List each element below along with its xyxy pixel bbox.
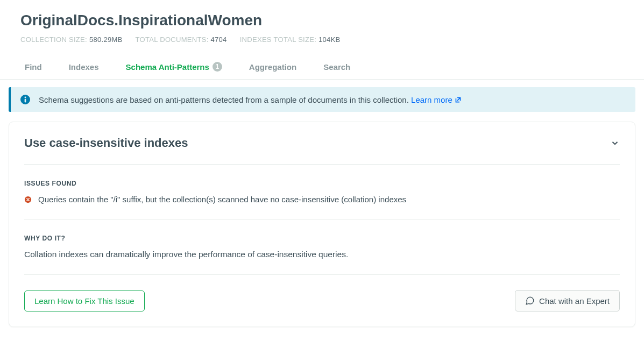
info-icon	[20, 95, 30, 104]
tab-bar: Find Indexes Schema Anti-Patterns 1 Aggr…	[0, 58, 644, 80]
external-link-icon	[455, 96, 462, 103]
chevron-down-icon	[610, 138, 620, 148]
tab-indexes[interactable]: Indexes	[69, 58, 99, 79]
card-header-toggle[interactable]: Use case-insensitive indexes	[9, 122, 635, 164]
collection-stats: COLLECTION SIZE: 580.29MB TOTAL DOCUMENT…	[20, 36, 624, 44]
collection-title: OriginalDocs.InspirationalWomen	[20, 12, 624, 29]
stat-indexes-size: INDEXES TOTAL SIZE: 104KB	[240, 36, 341, 44]
stat-total-documents: TOTAL DOCUMENTS: 4704	[136, 36, 227, 44]
tab-aggregation[interactable]: Aggregation	[249, 58, 296, 79]
svg-point-1	[25, 97, 26, 98]
tab-search[interactable]: Search	[323, 58, 350, 79]
learn-fix-button[interactable]: Learn How to Fix This Issue	[24, 291, 145, 311]
tab-find[interactable]: Find	[25, 58, 42, 79]
error-icon	[24, 196, 32, 203]
svg-rect-2	[25, 99, 26, 103]
issue-item: Queries contain the "/i" suffix, but the…	[24, 195, 620, 208]
anti-pattern-card: Use case-insensitive indexes ISSUES FOUN…	[9, 122, 635, 327]
card-actions: Learn How to Fix This Issue Chat with an…	[24, 274, 620, 311]
info-banner-text: Schema suggestions are based on anti-pat…	[39, 95, 462, 104]
issue-text: Queries contain the "/i" suffix, but the…	[38, 195, 406, 204]
learn-more-link[interactable]: Learn more	[411, 95, 462, 104]
tab-schema-anti-patterns[interactable]: Schema Anti-Patterns 1	[126, 58, 222, 79]
issues-label: ISSUES FOUND	[24, 180, 620, 187]
card-title: Use case-insensitive indexes	[24, 136, 188, 150]
why-label: WHY DO IT?	[24, 235, 620, 242]
card-body: ISSUES FOUND Queries contain the "/i" su…	[9, 164, 635, 327]
info-banner: Schema suggestions are based on anti-pat…	[9, 87, 635, 112]
anti-pattern-count-badge: 1	[213, 62, 222, 72]
why-text: Collation indexes can dramatically impro…	[24, 250, 620, 264]
page-header: OriginalDocs.InspirationalWomen COLLECTI…	[0, 0, 644, 58]
issues-section: ISSUES FOUND Queries contain the "/i" su…	[24, 164, 620, 219]
stat-collection-size: COLLECTION SIZE: 580.29MB	[20, 36, 123, 44]
why-section: WHY DO IT? Collation indexes can dramati…	[24, 219, 620, 274]
chat-expert-button[interactable]: Chat with an Expert	[515, 290, 620, 311]
chat-icon	[525, 296, 535, 306]
